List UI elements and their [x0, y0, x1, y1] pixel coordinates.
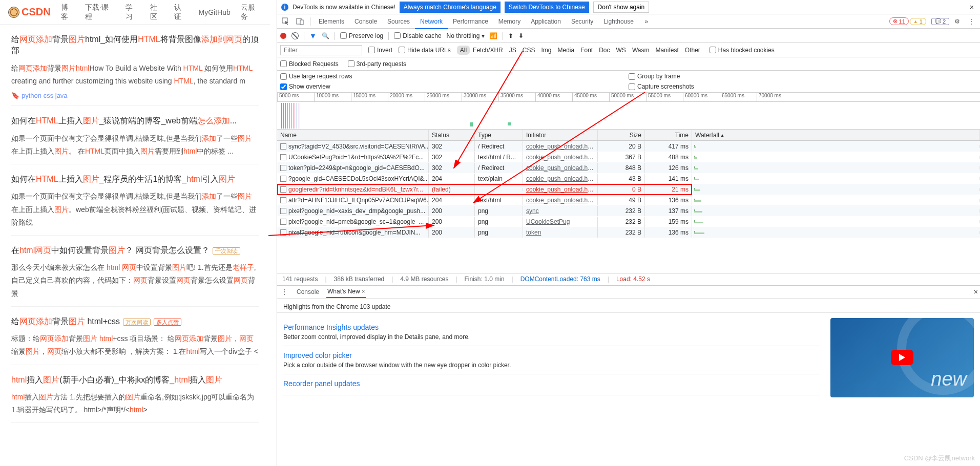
col-waterfall[interactable]: Waterfall ▴: [692, 130, 980, 140]
update-item[interactable]: Improved color pickerPick a color outsid…: [283, 346, 820, 374]
tab-application[interactable]: Application: [526, 15, 566, 28]
preserve-log-checkbox[interactable]: Preserve log: [340, 32, 383, 39]
tab-lighthouse[interactable]: Lighthouse: [598, 15, 639, 28]
nav-learn[interactable]: 学习: [126, 3, 140, 22]
tab-sources[interactable]: Sources: [382, 15, 415, 28]
settings-gear-icon[interactable]: ⚙: [950, 15, 964, 28]
export-har-icon[interactable]: ⬇: [518, 32, 524, 39]
nav-cert[interactable]: 认证: [174, 3, 189, 22]
article-title[interactable]: 给网页添加背景图片html_如何使用HTML将背景图像添加到网页的顶部: [11, 34, 259, 57]
table-row[interactable]: googleredir?rid=tknhntsqez&id=ndBK6L_fzw…: [277, 184, 980, 195]
whatsnew-video-thumbnail[interactable]: new: [830, 318, 974, 397]
tab-network[interactable]: Network: [415, 15, 448, 29]
nav-download[interactable]: 下载·课程: [85, 3, 115, 22]
initiator-link[interactable]: token: [526, 229, 541, 236]
capture-screenshots-checkbox[interactable]: Capture screenshots: [629, 83, 977, 90]
always-match-language-button[interactable]: Always match Chrome's language: [400, 2, 501, 13]
blocked-cookies-checkbox[interactable]: Has blocked cookies: [710, 47, 775, 54]
table-row[interactable]: pixel?google_nid=xaxis_dev_dmp&google_pu…: [277, 205, 980, 216]
col-time[interactable]: Time: [645, 130, 692, 140]
network-conditions-icon[interactable]: 📶: [490, 32, 497, 39]
dont-show-again-button[interactable]: Don't show again: [593, 2, 650, 13]
filter-type-manifest[interactable]: Manifest: [652, 46, 681, 55]
kebab-menu-icon[interactable]: ⋮: [965, 15, 978, 28]
disable-cache-checkbox[interactable]: Disable cache: [394, 32, 441, 39]
update-item[interactable]: Performance Insights updatesBetter zoom …: [283, 318, 820, 346]
initiator-link[interactable]: cookie_push_onload.ht...: [526, 143, 594, 150]
filter-type-fetch-xhr[interactable]: Fetch/XHR: [470, 46, 506, 55]
nav-cloud[interactable]: 云服务: [241, 3, 262, 22]
col-initiator[interactable]: Initiator: [523, 130, 598, 140]
article-title[interactable]: 如何在HTML上插入图片_猿说前端的博客_web前端怎么添加...: [11, 115, 259, 126]
table-row[interactable]: attr?d=AHNF13JtHCJ_ILQnp05Pv7ACNOJPaqW6.…: [277, 195, 980, 205]
filter-type-css[interactable]: CSS: [519, 46, 538, 55]
invert-checkbox[interactable]: Invert: [368, 47, 392, 54]
table-row[interactable]: token?pid=2249&pt=n&google_gid=CAESEBdO.…: [277, 162, 980, 173]
clear-button[interactable]: [291, 32, 299, 39]
article-title[interactable]: 如何在HTML上插入图片_程序员的生活1的博客_html引入图片: [11, 174, 259, 185]
tab-security[interactable]: Security: [566, 15, 598, 28]
article-title[interactable]: 在html网页中如何设置背景图片？ 网页背景怎么设置？千次阅读: [11, 245, 259, 256]
tab-elements[interactable]: Elements: [314, 15, 349, 28]
filter-type-js[interactable]: JS: [506, 46, 519, 55]
search-icon[interactable]: 🔍: [322, 32, 329, 39]
table-row[interactable]: UCookieSetPug?oid=1&rd=https%3A%2F%2Fc..…: [277, 152, 980, 162]
table-row[interactable]: pixel?google_nid=rubicon&google_hm=MDJIN…: [277, 227, 980, 238]
table-row[interactable]: pixel?google_nid=pmeb&google_sc=1&google…: [277, 216, 980, 227]
import-har-icon[interactable]: ⬆: [508, 32, 513, 39]
warning-count-badge[interactable]: 1: [910, 18, 926, 25]
tab-performance[interactable]: Performance: [448, 15, 493, 28]
article-item[interactable]: 给网页添加背景图片html_如何使用HTML将背景图像添加到网页的顶部给网页添加…: [11, 25, 259, 106]
article-item[interactable]: 在html网页中如何设置背景图片？ 网页背景怎么设置？千次阅读那么今天小编来教大…: [11, 236, 259, 307]
tab-close-icon[interactable]: ×: [362, 288, 365, 294]
initiator-link[interactable]: cookie_push_onload.ht...: [526, 175, 594, 182]
article-title[interactable]: 给网页添加背景图片 html+css万次阅读多人点赞: [11, 316, 259, 327]
drawer-menu-icon[interactable]: ⋮: [279, 288, 289, 295]
table-row[interactable]: ?google_gid=CAESECDoL5sOci43soxHYcriAQI&…: [277, 173, 980, 184]
throttling-select[interactable]: No throttling ▾: [447, 32, 485, 39]
initiator-link[interactable]: cookie_push_onload.ht...: [526, 197, 594, 204]
update-item[interactable]: Recorder panel updates: [283, 374, 820, 395]
drawer-close-icon[interactable]: ×: [974, 288, 978, 296]
banner-close-icon[interactable]: ×: [968, 3, 976, 11]
issues-badge[interactable]: 2: [931, 18, 949, 25]
initiator-link[interactable]: cookie_push_onload.ht...: [526, 186, 594, 193]
col-type[interactable]: Type: [475, 130, 523, 140]
article-item[interactable]: 如何在HTML上插入图片_猿说前端的博客_web前端怎么添加...如果一个页面中…: [11, 106, 259, 164]
third-party-checkbox[interactable]: 3rd-party requests: [348, 60, 406, 68]
filter-toggle-icon[interactable]: ▼: [309, 32, 317, 40]
device-toolbar-icon[interactable]: [294, 15, 307, 28]
tab-console[interactable]: Console: [349, 15, 382, 28]
filter-type-media[interactable]: Media: [554, 46, 577, 55]
initiator-link[interactable]: cookie_push_onload.ht...: [526, 154, 594, 161]
large-rows-checkbox[interactable]: Use large request rows: [280, 73, 629, 80]
filter-type-doc[interactable]: Doc: [596, 46, 613, 55]
nav-community[interactable]: 社区: [150, 3, 164, 22]
article-item[interactable]: html插入图片(新手小白必看)_中将jkx的博客_html插入图片html插入…: [11, 365, 259, 423]
filter-type-ws[interactable]: WS: [613, 46, 629, 55]
network-overview-timeline[interactable]: 5000 ms10000 ms15000 ms20000 ms25000 ms3…: [277, 93, 980, 130]
nav-blog[interactable]: 博客: [61, 3, 75, 22]
record-button[interactable]: [280, 33, 286, 39]
initiator-link[interactable]: sync: [526, 207, 539, 215]
initiator-link[interactable]: UCookieSetPug: [526, 218, 570, 225]
initiator-link[interactable]: cookie_push_onload.ht...: [526, 164, 594, 172]
switch-to-chinese-button[interactable]: Switch DevTools to Chinese: [505, 2, 589, 13]
filter-type-wasm[interactable]: Wasm: [629, 46, 653, 55]
filter-type-font[interactable]: Font: [577, 46, 596, 55]
col-status[interactable]: Status: [429, 130, 475, 140]
tab-memory[interactable]: Memory: [493, 15, 526, 28]
show-overview-checkbox[interactable]: Show overview: [280, 83, 629, 90]
drawer-tab-whatsnew[interactable]: What's New ×: [326, 286, 366, 298]
article-title[interactable]: html插入图片(新手小白必看)_中将jkx的博客_html插入图片: [11, 374, 259, 386]
group-by-frame-checkbox[interactable]: Group by frame: [629, 73, 977, 80]
col-size[interactable]: Size: [598, 130, 645, 140]
filter-type-all[interactable]: All: [457, 46, 470, 55]
more-tabs-icon[interactable]: »: [640, 15, 653, 28]
filter-type-other[interactable]: Other: [682, 46, 703, 55]
article-item[interactable]: 如何在HTML上插入图片_程序员的生活1的博客_html引入图片如果一个页面中仅…: [11, 164, 259, 236]
csdn-logo[interactable]: CSDN: [8, 6, 51, 18]
error-count-badge[interactable]: 11: [889, 17, 909, 25]
col-name[interactable]: Name: [277, 130, 429, 140]
filter-type-img[interactable]: Img: [538, 46, 554, 55]
